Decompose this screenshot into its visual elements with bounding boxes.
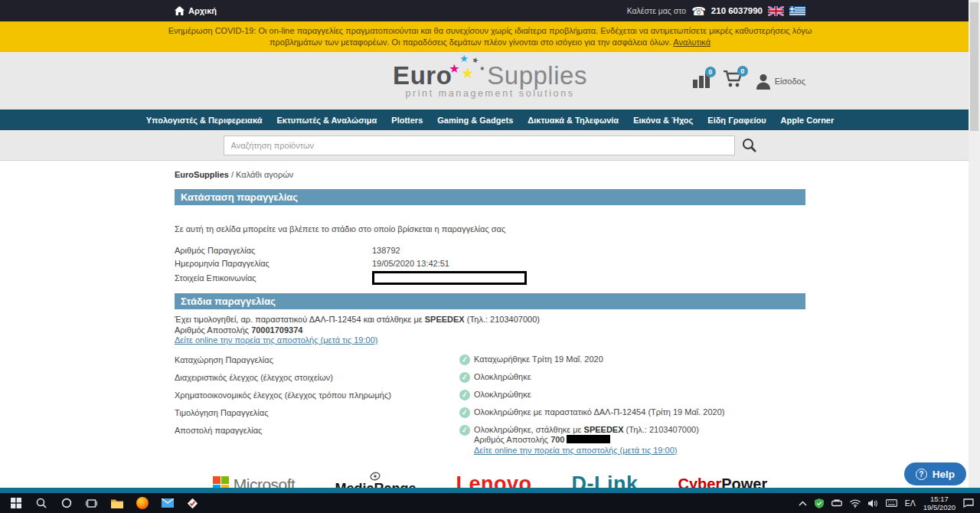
site-logo[interactable]: Euro★★★★★Supplies print management solut… xyxy=(393,61,587,99)
mail-icon xyxy=(162,498,174,508)
file-explorer-icon xyxy=(111,498,123,508)
volume-icon[interactable] xyxy=(868,499,878,508)
home-label: Αρχική xyxy=(188,6,217,15)
wifi-icon[interactable] xyxy=(850,499,861,508)
uk-flag-icon[interactable] xyxy=(768,6,784,16)
contact-area: Καλέστε μας στο ☎ 210 6037990 xyxy=(627,5,805,17)
order-date-row: Ημερομηνία Παραγγελίας 19/05/2020 13:42:… xyxy=(175,256,805,270)
cortana-icon xyxy=(61,498,72,508)
top-bar: Αρχική Καλέστε μας στο ☎ 210 6037990 xyxy=(0,0,980,21)
task-view-button[interactable] xyxy=(79,493,104,513)
home-icon xyxy=(175,6,185,15)
logo-text-euro: Euro xyxy=(393,61,452,90)
cart-count-badge: 0 xyxy=(737,66,748,77)
carrier-name: SPEEDEX xyxy=(425,315,465,324)
check-icon: ✓ xyxy=(459,424,471,436)
login-button[interactable]: Είσοδος xyxy=(755,73,805,90)
compare-button[interactable]: 0 xyxy=(692,71,710,91)
order-details: Αριθμός Παραγγελίας 138792 Ημερομηνία Πα… xyxy=(175,243,805,286)
stage-row-shipping: Αποστολή παραγγελίας ✓ Ολοκληρώθηκε, στά… xyxy=(175,425,805,456)
tray-expand-icon[interactable] xyxy=(799,501,807,506)
nav-item-network[interactable]: Δικτυακά & Τηλεφωνία xyxy=(528,116,619,125)
covid-details-link[interactable]: Αναλυτικά xyxy=(673,38,710,47)
help-label: Help xyxy=(933,469,955,480)
clock-date: 19/5/2020 xyxy=(923,503,956,511)
mail-button[interactable] xyxy=(155,493,180,513)
order-status-intro: Σε αυτή τη σελίδα μπορείτε να βλέπετε το… xyxy=(175,224,805,234)
tracking-link[interactable]: Δείτε online την πορεία της αποστολής (μ… xyxy=(175,335,377,345)
search-bar-row xyxy=(0,130,980,161)
nav-item-office[interactable]: Είδη Γραφείου xyxy=(707,116,766,125)
nav-item-printers[interactable]: Εκτυπωτές & Αναλώσιμα xyxy=(276,116,377,125)
covid-notice-text: Ενημέρωση COVID-19: Οι on-line παραγγελί… xyxy=(168,26,812,47)
windows-logo-icon xyxy=(11,498,21,508)
logo-tagline: print management solutions xyxy=(393,88,587,99)
tray-device-icon[interactable] xyxy=(831,499,842,507)
greece-flag-icon[interactable] xyxy=(789,6,805,16)
security-shield-icon[interactable] xyxy=(815,498,824,508)
firefox-button[interactable] xyxy=(129,493,155,513)
site-footer-strip xyxy=(0,488,980,493)
nav-item-apple[interactable]: Apple Corner xyxy=(781,116,835,125)
order-number-value: 138792 xyxy=(372,246,400,255)
language-indicator[interactable]: ΕΛ xyxy=(905,498,916,508)
stage-row-invoicing: Τιμολόγηση Παραγγελίας ✓Ολοκληρώθηκε με … xyxy=(175,407,805,418)
windows-taskbar: ΕΛ 15:17 19/5/2020 xyxy=(0,493,980,513)
start-button[interactable] xyxy=(3,493,28,513)
check-icon: ✓ xyxy=(459,371,471,384)
shipping-number-redacted xyxy=(567,435,610,443)
main-content: EuroSupplies / Καλάθι αγορών Κατάσταση π… xyxy=(0,161,980,488)
file-explorer-button[interactable] xyxy=(104,493,129,513)
order-status-title: Κατάσταση παραγγελίας xyxy=(175,189,805,205)
check-icon: ✓ xyxy=(459,407,471,419)
nav-item-av[interactable]: Εικόνα & Ήχος xyxy=(633,116,693,125)
breadcrumb-current: Καλάθι αγορών xyxy=(236,170,293,179)
call-us-label: Καλέστε μας στο xyxy=(627,6,687,15)
carrier-name: SPEEDEX xyxy=(584,425,624,434)
phone-icon: ☎ xyxy=(691,5,706,17)
stage-row-registration: Καταχώρηση Παραγγελίας ✓Καταχωρήθηκε Τρί… xyxy=(175,355,805,365)
task-view-icon xyxy=(86,498,97,508)
phone-number[interactable]: 210 6037990 xyxy=(711,6,763,15)
user-icon xyxy=(755,73,772,90)
order-number-row: Αριθμός Παραγγελίας 138792 xyxy=(175,243,805,256)
cortana-button[interactable] xyxy=(54,493,79,513)
mediarange-logo-icon xyxy=(369,472,381,481)
check-icon: ✓ xyxy=(459,354,471,366)
nav-item-gaming[interactable]: Gaming & Gadgets xyxy=(437,116,513,125)
help-button[interactable]: ? Help xyxy=(904,462,966,485)
search-icon xyxy=(36,498,47,508)
breadcrumb: EuroSupplies / Καλάθι αγορών xyxy=(175,161,805,179)
covid-notice-banner: Ενημέρωση COVID-19: Οι on-line παραγγελί… xyxy=(0,21,980,52)
todo-app-button[interactable] xyxy=(180,493,205,513)
scrollbar-thumb[interactable] xyxy=(970,2,978,131)
checkmark-app-icon xyxy=(187,498,198,509)
action-center-icon[interactable] xyxy=(963,498,974,508)
nav-item-plotters[interactable]: Plotters xyxy=(391,116,423,125)
cart-button[interactable]: 0 xyxy=(723,70,743,91)
order-stages-title: Στάδια παραγγελίας xyxy=(175,293,805,309)
site-header: Euro★★★★★Supplies print management solut… xyxy=(0,52,980,109)
clock-time: 15:17 xyxy=(923,495,956,503)
stage-row-admin-check: Διαχειριστικός έλεγχος (έλεγχος στοιχείω… xyxy=(175,372,805,383)
breadcrumb-home[interactable]: EuroSupplies xyxy=(175,170,229,179)
taskbar-search-button[interactable] xyxy=(28,493,54,513)
stage-row-financial-check: Χρηματοοικονομικός έλεγχος (έλεγχος τρόπ… xyxy=(175,390,805,400)
nav-item-computers[interactable]: Υπολογιστές & Περιφερειακά xyxy=(146,116,263,125)
search-input[interactable] xyxy=(224,136,735,155)
invoice-summary: Έχει τιμολογηθεί, αρ. παραστατικού ΔΑΛ-Π… xyxy=(175,315,805,346)
compare-count-badge: 0 xyxy=(705,67,716,77)
tracking-link[interactable]: Δείτε online την πορεία της αποστολής (μ… xyxy=(474,446,677,455)
contact-info-row: Στοιχεία Επικοινωνίας xyxy=(175,270,805,286)
home-link[interactable]: Αρχική xyxy=(175,6,217,15)
page-scrollbar[interactable] xyxy=(969,0,980,488)
shipping-number: 70001709374 xyxy=(251,325,302,335)
stages-list: Καταχώρηση Παραγγελίας ✓Καταχωρήθηκε Τρί… xyxy=(175,355,805,456)
search-icon[interactable] xyxy=(742,138,757,153)
contact-info-redacted xyxy=(372,271,527,285)
main-navigation: Υπολογιστές & Περιφερειακά Εκτυπωτές & Α… xyxy=(0,109,980,130)
firefox-icon xyxy=(136,497,149,509)
check-icon: ✓ xyxy=(459,389,471,401)
touch-keyboard-icon[interactable] xyxy=(886,499,897,507)
taskbar-clock[interactable]: 15:17 19/5/2020 xyxy=(923,495,956,511)
